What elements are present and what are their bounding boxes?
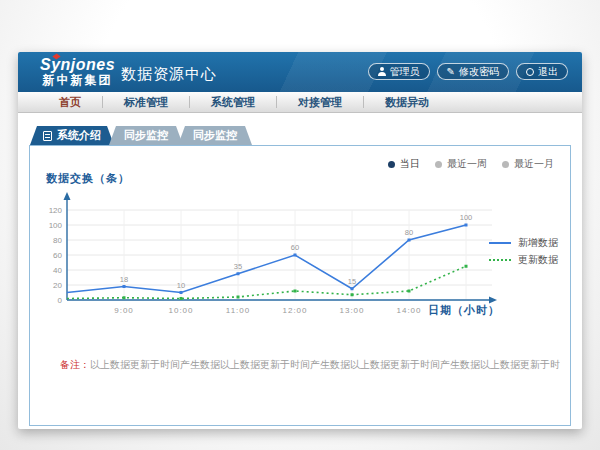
legend-item-new-data[interactable]: 新增数据 — [489, 234, 558, 251]
admin-user-button[interactable]: 管理员 — [368, 63, 430, 80]
main-nav: 首页 标准管理 系统管理 对接管理 数据异动 — [18, 92, 582, 113]
change-password-button[interactable]: ✎ 修改密码 — [437, 63, 509, 80]
svg-text:120: 120 — [49, 206, 63, 215]
user-actions: 管理员 ✎ 修改密码 退出 — [368, 63, 568, 80]
edit-icon: ✎ — [447, 67, 455, 77]
nav-item-system-mgmt[interactable]: 系统管理 — [190, 95, 276, 110]
radio-dot — [502, 161, 509, 168]
tab-sync-monitor-1[interactable]: 同步监控 — [109, 126, 183, 145]
document-icon — [43, 131, 52, 141]
footnote-label: 备注： — [60, 359, 90, 370]
svg-text:10: 10 — [177, 281, 185, 290]
dotted-line-swatch — [489, 259, 511, 261]
svg-text:40: 40 — [53, 266, 62, 275]
footnote-text: 以上数据更新于时间产生数据以上数据更新于时间产生数据以上数据更新于时间产生数据以… — [90, 359, 560, 370]
y-axis-title: 数据交换（条） — [46, 171, 130, 186]
nav-item-home[interactable]: 首页 — [38, 95, 102, 110]
solid-line-swatch — [489, 242, 511, 244]
nav-item-standard-mgmt[interactable]: 标准管理 — [103, 95, 189, 110]
svg-text:15: 15 — [348, 277, 356, 286]
svg-text:18: 18 — [120, 275, 128, 284]
svg-text:13:00: 13:00 — [339, 306, 364, 315]
logo-wordmark: Synjones — [40, 56, 115, 73]
app-window: Synjones 新中新集团 数据资源中心 管理员 ✎ 修改密码 退出 首页 标… — [18, 52, 582, 429]
page-title: 数据资源中心 — [121, 65, 217, 84]
svg-text:0: 0 — [58, 296, 63, 305]
content-area: 系统介绍 同步监控 同步监控 当日 最近一周 — [18, 113, 582, 426]
svg-text:60: 60 — [291, 243, 299, 252]
company-logo: Synjones 新中新集团 — [40, 56, 115, 88]
svg-text:100: 100 — [460, 213, 473, 222]
svg-text:9:00: 9:00 — [114, 306, 134, 315]
svg-text:12:00: 12:00 — [282, 306, 307, 315]
svg-text:11:00: 11:00 — [226, 306, 250, 315]
tab-system-intro[interactable]: 系统介绍 — [30, 126, 114, 145]
power-icon — [526, 68, 534, 76]
svg-text:20: 20 — [53, 281, 62, 290]
logout-button[interactable]: 退出 — [516, 63, 568, 80]
tab-bar: 系统介绍 同步监控 同步监控 — [30, 126, 571, 145]
svg-text:35: 35 — [234, 262, 242, 271]
legend-item-update-data[interactable]: 更新数据 — [489, 251, 558, 268]
chart-legend: 新增数据 更新数据 — [489, 234, 558, 268]
radio-last-month[interactable]: 最近一月 — [502, 157, 554, 171]
x-axis-title: 日期（小时） — [428, 303, 500, 318]
svg-text:80: 80 — [405, 228, 413, 237]
radio-dot — [388, 161, 395, 168]
svg-text:100: 100 — [49, 221, 63, 230]
svg-text:80: 80 — [53, 236, 62, 245]
radio-last-week[interactable]: 最近一周 — [435, 157, 487, 171]
svg-text:10:00: 10:00 — [168, 306, 193, 315]
radio-today[interactable]: 当日 — [388, 157, 420, 171]
radio-dot — [435, 161, 442, 168]
svg-text:60: 60 — [53, 251, 62, 260]
chart-panel: 当日 最近一周 最近一月 数据交换（条） 0204060801001209:00… — [29, 145, 571, 426]
nav-item-interface-mgmt[interactable]: 对接管理 — [277, 95, 363, 110]
app-header: Synjones 新中新集团 数据资源中心 管理员 ✎ 修改密码 退出 — [18, 52, 582, 92]
tab-sync-monitor-2[interactable]: 同步监控 — [178, 126, 252, 145]
logo-company-name: 新中新集团 — [40, 73, 115, 88]
svg-text:14:00: 14:00 — [396, 306, 421, 315]
time-range-filter: 当日 最近一周 最近一月 — [388, 157, 554, 171]
nav-item-data-change[interactable]: 数据异动 — [364, 95, 450, 110]
user-icon — [378, 67, 386, 76]
footnote: 备注：以上数据更新于时间产生数据以上数据更新于时间产生数据以上数据更新于时间产生… — [60, 358, 560, 372]
